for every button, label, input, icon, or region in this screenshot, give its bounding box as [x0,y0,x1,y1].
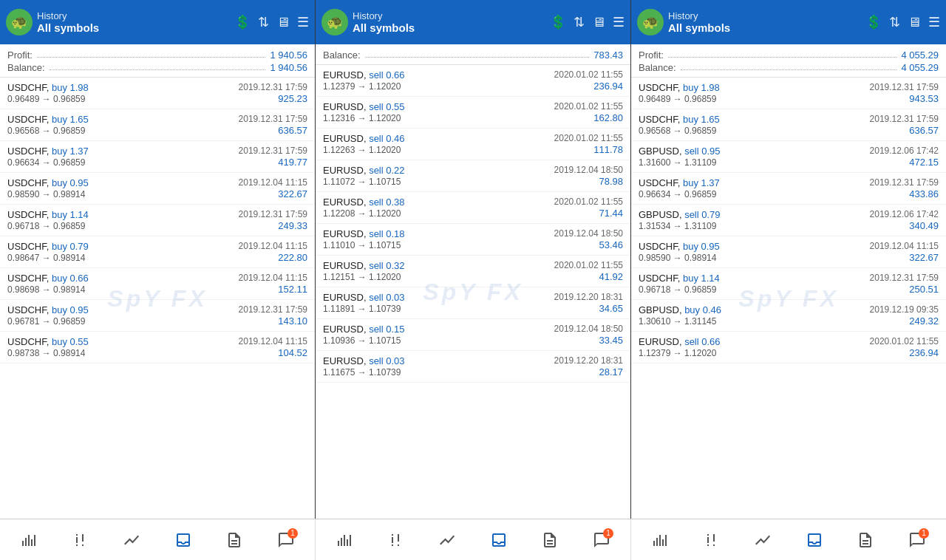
trade-item[interactable]: USDCHF, buy 0.55 2019.12.04 11:15 0.9873… [0,332,315,363]
trade-symbol: EURUSD, sell 0.32 [323,260,405,271]
trade-item[interactable]: GBPUSD, sell 0.79 2019.12.06 17:42 1.315… [631,205,946,236]
trade-item[interactable]: USDCHF, buy 1.14 2019.12.31 17:59 0.9671… [0,205,315,236]
trade-symbol: GBPUSD, sell 0.95 [639,146,721,157]
trade-item[interactable]: GBPUSD, buy 0.46 2019.12.19 09:35 1.3061… [631,300,946,332]
header-title-3: History All symbols [668,10,861,34]
chat-icon-2[interactable]: 1 [590,528,613,552]
dollar-icon-2[interactable]: 💲 [550,14,566,30]
trade-item[interactable]: EURUSD, sell 0.03 2019.12.20 18:31 1.116… [316,351,630,383]
trade-item[interactable]: USDCHF, buy 0.79 2019.12.04 11:15 0.9864… [0,236,315,268]
balance-value-1: 1 940.56 [270,62,307,73]
chat-icon-1[interactable]: 1 [274,528,298,552]
trade-item[interactable]: EURUSD, sell 0.38 2020.01.02 11:55 1.122… [316,192,630,224]
trade-item[interactable]: USDCHF, buy 1.37 2019.12.31 17:59 0.9663… [0,141,315,173]
trend-icon-1[interactable] [120,528,143,552]
sort-icon-2[interactable]: ⇅ [574,14,585,30]
trade-profit: 636.57 [909,125,939,136]
candle-icon-3[interactable] [699,528,723,552]
inbox-icon-2[interactable] [487,528,511,552]
trade-item[interactable]: GBPUSD, sell 0.95 2019.12.06 17:42 1.316… [631,141,946,173]
monitor-icon-2[interactable]: 🖥 [592,15,605,30]
trade-price: 0.96568 → 0.96859 [7,126,85,136]
inbox-icon-1[interactable] [171,528,195,552]
trade-price: 1.31600 → 1.31109 [639,157,716,168]
trade-item[interactable]: USDCHF, buy 1.14 2019.12.31 17:59 0.9671… [631,268,946,300]
trade-date: 2020.01.02 11:55 [554,101,623,112]
header-logo-3: 🐢 [637,9,664,35]
trade-list-wrapper-2: SpY FX EURUSD, sell 0.66 2020.01.02 11:5… [316,65,630,519]
trade-profit: 41.92 [599,271,623,282]
trade-item[interactable]: USDCHF, buy 1.65 2019.12.31 17:59 0.9656… [0,109,315,141]
trade-item[interactable]: USDCHF, buy 1.98 2019.12.31 17:59 0.9648… [631,78,946,109]
balance-label-2: Balance: [323,49,361,61]
trade-item[interactable]: EURUSD, sell 0.32 2020.01.02 11:55 1.121… [316,256,630,287]
header-title-1: History All symbols [37,10,230,34]
menu-icon-2[interactable]: ☰ [613,14,625,30]
trade-price: 0.96568 → 0.96859 [639,126,716,136]
trade-price: 0.96634 → 0.96859 [639,189,716,199]
sort-icon-3[interactable]: ⇅ [889,14,900,30]
trade-item[interactable]: EURUSD, sell 0.22 2019.12.04 18:50 1.110… [316,160,630,192]
profit-row-3: Profit: 4 055.29 [639,49,939,61]
profit-label-3: Profit: [639,49,664,61]
trade-item[interactable]: EURUSD, sell 0.03 2019.12.20 18:31 1.118… [316,287,630,319]
trade-item[interactable]: USDCHF, buy 0.95 2019.12.31 17:59 0.9678… [0,300,315,332]
profit-row-1: Profit: 1 940.56 [7,49,307,61]
dotted-1 [37,57,265,58]
trade-price: 0.96718 → 0.96859 [7,221,85,231]
trade-profit: 53.46 [599,239,623,250]
trade-item[interactable]: USDCHF, buy 0.95 2019.12.04 11:15 0.9859… [631,236,946,268]
trade-symbol: EURUSD, sell 0.66 [639,336,721,347]
trade-item[interactable]: EURUSD, sell 0.46 2020.01.02 11:55 1.122… [316,129,630,160]
news-icon-2[interactable] [538,528,562,552]
trade-item[interactable]: USDCHF, buy 1.65 2019.12.31 17:59 0.9656… [631,109,946,141]
balance-row-3: Balance: 4 055.29 [639,61,939,74]
trend-icon-2[interactable] [435,528,459,552]
inbox-icon-3[interactable] [803,528,826,552]
trade-date: 2020.01.02 11:55 [554,133,623,143]
trade-item[interactable]: EURUSD, sell 0.15 2019.12.04 18:50 1.109… [316,319,630,351]
trade-item[interactable]: EURUSD, sell 0.66 2020.01.02 11:55 1.123… [631,332,946,363]
trade-profit: 34.65 [599,303,623,314]
candle-icon-1[interactable] [68,528,92,552]
trade-symbol: EURUSD, sell 0.55 [323,101,405,112]
chart-icon-1[interactable] [17,528,41,552]
sort-icon-1[interactable]: ⇅ [258,14,269,30]
panel-header-3: 🐢 History All symbols 💲 ⇅ 🖥 ☰ [631,0,946,44]
trade-price: 0.98738 → 0.98914 [7,348,85,358]
trade-date: 2019.12.06 17:42 [870,209,939,219]
news-icon-3[interactable] [854,528,877,552]
trade-item[interactable]: EURUSD, sell 0.18 2019.12.04 18:50 1.110… [316,224,630,256]
dollar-icon-1[interactable]: 💲 [234,14,251,30]
chart-icon-3[interactable] [648,528,672,552]
trade-symbol: EURUSD, sell 0.03 [323,292,405,303]
trade-item[interactable]: EURUSD, sell 0.55 2020.01.02 11:55 1.123… [316,97,630,129]
menu-icon-1[interactable]: ☰ [297,14,309,30]
trade-item[interactable]: USDCHF, buy 1.37 2019.12.31 17:59 0.9663… [631,173,946,205]
header-icons-1: 💲 ⇅ 🖥 ☰ [234,14,309,30]
trade-item[interactable]: EURUSD, sell 0.66 2020.01.02 11:55 1.123… [316,65,630,97]
trade-item[interactable]: USDCHF, buy 0.66 2019.12.04 11:15 0.9869… [0,268,315,300]
trade-price: 1.12316 → 1.12020 [323,113,401,123]
dollar-icon-3[interactable]: 💲 [865,14,882,30]
profit-label-1: Profit: [7,49,33,61]
trade-price: 1.11675 → 1.10739 [323,367,401,378]
menu-icon-3[interactable]: ☰ [928,14,940,30]
trade-price: 1.11010 → 1.10715 [323,240,401,250]
trade-profit: 322.67 [278,188,307,199]
trade-date: 2019.12.20 18:31 [554,292,623,302]
chart-icon-2[interactable] [333,528,356,552]
news-icon-1[interactable] [222,528,246,552]
monitor-icon-1[interactable]: 🖥 [276,15,290,30]
trade-price: 0.96634 → 0.96859 [7,157,85,168]
trade-symbol: USDCHF, buy 1.37 [7,146,89,157]
trend-icon-3[interactable] [751,528,775,552]
monitor-icon-3[interactable]: 🖥 [908,15,921,30]
candle-icon-2[interactable] [384,528,407,552]
trade-symbol: USDCHF, buy 1.65 [7,114,89,125]
trade-date: 2019.12.04 11:15 [239,177,307,188]
chat-icon-3[interactable]: 1 [905,528,929,552]
trade-item[interactable]: USDCHF, buy 0.95 2019.12.04 11:15 0.9859… [0,173,315,205]
trade-profit: 162.80 [593,112,623,123]
trade-item[interactable]: USDCHF, buy 1.98 2019.12.31 17:59 0.9648… [0,78,315,109]
